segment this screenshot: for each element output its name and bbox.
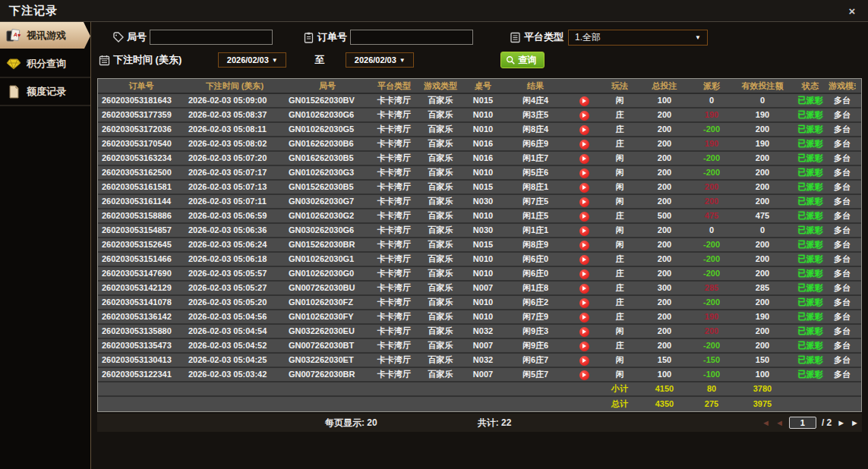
game-type-cell: 百家乐 bbox=[418, 367, 462, 382]
platform-cell: 卡卡湾厅 bbox=[370, 122, 418, 137]
play-button[interactable] bbox=[579, 269, 589, 279]
game-type-cell: 百家乐 bbox=[418, 93, 462, 108]
play-button[interactable] bbox=[579, 197, 589, 207]
round-number-cell: GN032262030ET bbox=[285, 353, 370, 367]
table-row[interactable]: 2602030531304132026-02-03 05:04:25GN0322… bbox=[98, 354, 861, 368]
play-button[interactable] bbox=[579, 111, 589, 121]
total-bet-cell: 200 bbox=[639, 151, 690, 165]
table-number-cell: N015 bbox=[462, 180, 503, 194]
play-button[interactable] bbox=[579, 212, 589, 222]
game-mode-cell: 多台 bbox=[829, 194, 856, 209]
round-number-input[interactable] bbox=[150, 30, 273, 45]
play-button[interactable] bbox=[579, 255, 589, 265]
table-row[interactable]: 2602030531615812026-02-03 05:07:13GN0152… bbox=[98, 181, 861, 195]
play-button[interactable] bbox=[579, 284, 589, 294]
table-row[interactable]: 2602030531816432026-02-03 05:09:00GN0152… bbox=[98, 94, 861, 109]
table-row[interactable]: 2602030531611442026-02-03 05:07:11GN0302… bbox=[98, 195, 861, 209]
order-number-cell: 260203053135880 bbox=[98, 324, 185, 338]
play-button[interactable] bbox=[579, 370, 589, 380]
table-row[interactable]: 2602030531514662026-02-03 05:06:18GN0102… bbox=[98, 253, 861, 267]
play-button[interactable] bbox=[579, 298, 589, 308]
payout-cell: 0 bbox=[690, 93, 733, 108]
grand-total-total-bet: 4350 bbox=[639, 397, 690, 411]
next-page-icon[interactable]: ► bbox=[837, 419, 845, 427]
sidebar-item-label: 视讯游戏 bbox=[27, 29, 66, 42]
status-cell: 已派彩 bbox=[792, 281, 829, 295]
grand-total-row: 总计43502753975 bbox=[98, 397, 861, 411]
play-button[interactable] bbox=[579, 226, 589, 236]
date-from-picker[interactable]: 2026/02/03 ▼ bbox=[218, 52, 286, 68]
total-bet-cell: 100 bbox=[639, 367, 690, 382]
play-button[interactable] bbox=[579, 154, 589, 164]
bet-type-cell: 闲 bbox=[601, 93, 639, 108]
table-row[interactable]: 2602030531548572026-02-03 05:06:36GN0302… bbox=[98, 224, 861, 238]
game-type-cell: 百家乐 bbox=[418, 252, 462, 266]
sidebar-item-credit-records[interactable]: 额度记录 bbox=[0, 78, 90, 106]
table-row[interactable]: 2602030531354732026-02-03 05:04:52GN0072… bbox=[98, 339, 861, 354]
table-row[interactable]: 2602030531632342026-02-03 05:07:20GN0162… bbox=[98, 152, 861, 166]
table-row[interactable]: 2602030531773592026-02-03 05:08:37GN0102… bbox=[98, 109, 861, 123]
total-bet-cell: 300 bbox=[639, 281, 690, 295]
play-button[interactable] bbox=[579, 96, 589, 106]
platform-type-select[interactable]: 1.全部 ▼ bbox=[568, 30, 708, 46]
table-row[interactable]: 2602030531625002026-02-03 05:07:17GN0102… bbox=[98, 166, 861, 181]
column-header: 游戏类型 bbox=[418, 79, 462, 93]
page-number-input[interactable] bbox=[789, 417, 816, 429]
sidebar-item-points-query[interactable]: 积分查询 bbox=[0, 50, 90, 78]
play-button[interactable] bbox=[579, 327, 589, 337]
first-page-icon[interactable]: ◄ bbox=[762, 419, 770, 427]
valid-bet-cell: 475 bbox=[733, 209, 792, 223]
play-button[interactable] bbox=[579, 342, 589, 351]
order-number-input[interactable] bbox=[350, 30, 473, 45]
date-to-picker[interactable]: 2026/02/03 ▼ bbox=[346, 52, 414, 68]
total-bet-cell: 100 bbox=[639, 93, 690, 108]
play-icon bbox=[582, 329, 586, 334]
status-cell: 已派彩 bbox=[792, 137, 829, 151]
result-cell: 闲6庄0 bbox=[503, 266, 567, 281]
table-row[interactable]: 2602030531223412026-02-03 05:03:42GN0072… bbox=[98, 368, 861, 382]
bet-type-cell: 庄 bbox=[601, 295, 639, 310]
play-button[interactable] bbox=[579, 313, 589, 323]
table-row[interactable]: 2602030531410782026-02-03 05:05:20GN0102… bbox=[98, 296, 861, 310]
platform-cell: 卡卡湾厅 bbox=[370, 165, 418, 180]
table-row[interactable]: 2602030531526452026-02-03 05:06:24GN0152… bbox=[98, 238, 861, 253]
total-bet-cell: 200 bbox=[639, 295, 690, 310]
last-page-icon[interactable]: ► bbox=[851, 419, 857, 427]
payout-cell: -200 bbox=[690, 252, 733, 266]
column-header: 状态 bbox=[792, 79, 829, 93]
total-bet-cell: 200 bbox=[639, 324, 690, 338]
play-button[interactable] bbox=[579, 241, 589, 250]
list-icon bbox=[510, 32, 521, 43]
status-cell: 已派彩 bbox=[792, 367, 829, 382]
play-button[interactable] bbox=[579, 125, 589, 135]
close-icon[interactable]: × bbox=[845, 5, 859, 17]
play-button[interactable] bbox=[579, 168, 589, 178]
round-number-cell: GN010262030G5 bbox=[285, 122, 370, 137]
table-row[interactable]: 2602030531720362026-02-03 05:08:11GN0102… bbox=[98, 123, 861, 137]
game-mode-cell: 多台 bbox=[829, 324, 856, 338]
play-button[interactable] bbox=[579, 356, 589, 366]
total-bet-cell: 200 bbox=[639, 194, 690, 209]
play-button[interactable] bbox=[579, 183, 589, 193]
valid-bet-cell: 190 bbox=[733, 137, 792, 151]
round-number-cell: GN010262030G0 bbox=[285, 266, 370, 281]
play-cell bbox=[567, 180, 601, 194]
table-row[interactable]: 2602030531358802026-02-03 05:04:54GN0322… bbox=[98, 325, 861, 339]
table-row[interactable]: 2602030531705402026-02-03 05:08:02GN0162… bbox=[98, 137, 861, 152]
table-row[interactable]: 2602030531476902026-02-03 05:05:57GN0102… bbox=[98, 267, 861, 282]
table-row[interactable]: 2602030531588862026-02-03 05:06:59GN0102… bbox=[98, 209, 861, 224]
bet-time-cell: 2026-02-03 05:08:02 bbox=[185, 137, 285, 151]
play-button[interactable] bbox=[579, 140, 589, 150]
query-button[interactable]: 查询 bbox=[500, 52, 544, 68]
valid-bet-cell: 200 bbox=[733, 122, 792, 137]
table-row[interactable]: 2602030531361422026-02-03 05:04:56GN0102… bbox=[98, 310, 861, 325]
table-number-cell: N032 bbox=[462, 324, 503, 338]
round-number-cell: GN032262030EU bbox=[285, 324, 370, 338]
game-mode-cell: 多台 bbox=[829, 108, 856, 122]
table-row[interactable]: 2602030531421292026-02-03 05:05:27GN0072… bbox=[98, 282, 861, 296]
result-cell: 闲4庄4 bbox=[503, 93, 567, 108]
status-cell: 已派彩 bbox=[792, 151, 829, 165]
prev-page-icon[interactable]: ◄ bbox=[775, 419, 784, 427]
play-icon bbox=[582, 301, 586, 305]
sidebar-item-video-games[interactable]: A♥ 视讯游戏 bbox=[0, 22, 90, 50]
